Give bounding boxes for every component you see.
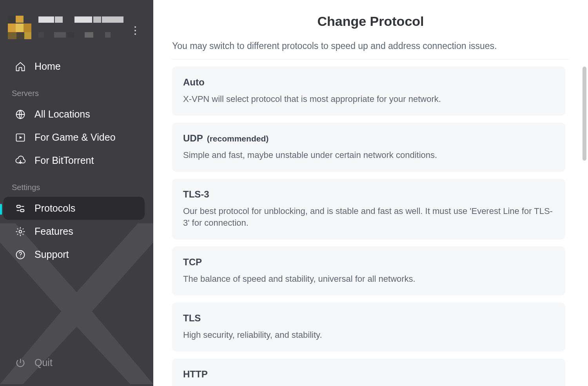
protocol-list: Auto X-VPN will select protocol that is … xyxy=(172,67,569,386)
protocol-desc: Our best protocol for unblocking, and is… xyxy=(183,205,554,230)
sidebar-footer: Quit xyxy=(0,351,153,386)
nav-section-settings: Protocols Features Support xyxy=(0,197,153,270)
protocol-option-udp[interactable]: UDP (recommended) Simple and fast, maybe… xyxy=(172,123,565,172)
protocol-note: (recommended) xyxy=(207,134,269,143)
scrollbar-thumb[interactable] xyxy=(583,67,586,161)
protocols-icon xyxy=(15,203,26,214)
sidebar-item-all-locations[interactable]: All Locations xyxy=(0,103,153,126)
nav-section-servers: All Locations For Game & Video For BitTo… xyxy=(0,103,153,176)
protocol-title: HTTP xyxy=(183,369,208,380)
help-icon xyxy=(15,249,26,260)
protocol-title: TCP xyxy=(183,257,202,268)
sidebar-item-protocols[interactable]: Protocols xyxy=(3,197,145,220)
main-content: Change Protocol You may switch to differ… xyxy=(153,0,588,386)
sidebar-item-quit[interactable]: Quit xyxy=(0,351,153,374)
protocol-desc: Simple and fast, maybe unstable under ce… xyxy=(183,149,554,161)
sidebar-item-label: Quit xyxy=(34,357,53,368)
protocol-title: UDP xyxy=(183,133,203,144)
sidebar-item-label: For BitTorrent xyxy=(34,155,94,166)
protocol-desc: High security, reliability, and stabilit… xyxy=(183,329,554,341)
section-label-settings: Settings xyxy=(0,176,153,197)
gear-icon xyxy=(15,226,26,237)
sidebar: Home Servers All Locations For Game & Vi… xyxy=(0,0,153,386)
protocol-option-tls3[interactable]: TLS-3 Our best protocol for unblocking, … xyxy=(172,179,565,240)
protocol-option-http[interactable]: HTTP xyxy=(172,359,565,386)
svg-point-8 xyxy=(20,256,21,257)
home-icon xyxy=(15,61,26,72)
page-title: Change Protocol xyxy=(172,14,569,29)
power-icon xyxy=(15,357,26,368)
sidebar-item-bittorrent[interactable]: For BitTorrent xyxy=(0,149,153,172)
cloud-download-icon xyxy=(15,155,26,166)
sidebar-item-label: All Locations xyxy=(34,109,90,120)
svg-point-6 xyxy=(19,230,22,233)
play-square-icon xyxy=(15,132,26,143)
sidebar-item-label: Protocols xyxy=(34,203,75,214)
protocol-desc: X-VPN will select protocol that is most … xyxy=(183,93,554,105)
sidebar-item-label: Features xyxy=(34,226,73,237)
protocol-title: Auto xyxy=(183,77,205,88)
app-logo xyxy=(8,16,125,43)
protocol-option-tcp[interactable]: TCP The balance of speed and stability, … xyxy=(172,246,565,295)
protocol-desc: The balance of speed and stability, univ… xyxy=(183,273,554,285)
globe-icon xyxy=(15,109,26,120)
sidebar-item-label: For Game & Video xyxy=(34,132,116,143)
sidebar-item-label: Support xyxy=(34,249,69,260)
sidebar-item-features[interactable]: Features xyxy=(0,220,153,243)
sidebar-item-label: Home xyxy=(34,61,61,72)
sidebar-item-home[interactable]: Home xyxy=(0,55,153,78)
svg-rect-4 xyxy=(20,209,24,212)
sidebar-header xyxy=(0,0,153,55)
svg-rect-2 xyxy=(17,205,20,207)
more-menu-button[interactable] xyxy=(129,24,142,37)
section-label-servers: Servers xyxy=(0,82,153,103)
sidebar-item-support[interactable]: Support xyxy=(0,243,153,266)
sidebar-item-game-video[interactable]: For Game & Video xyxy=(0,126,153,149)
protocol-title: TLS-3 xyxy=(183,189,209,200)
nav-section-top: Home xyxy=(0,55,153,82)
protocol-option-tls[interactable]: TLS High security, reliability, and stab… xyxy=(172,303,565,352)
main-scroll[interactable]: Change Protocol You may switch to differ… xyxy=(153,0,588,386)
protocol-option-auto[interactable]: Auto X-VPN will select protocol that is … xyxy=(172,67,565,116)
page-subtitle: You may switch to different protocols to… xyxy=(172,41,569,60)
protocol-title: TLS xyxy=(183,313,201,324)
